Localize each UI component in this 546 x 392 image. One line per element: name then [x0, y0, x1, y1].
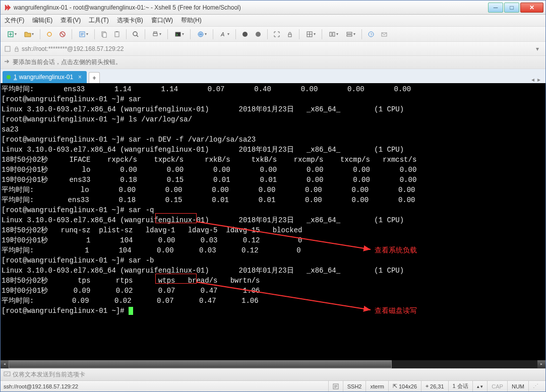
separator	[40, 29, 40, 39]
separator	[145, 29, 145, 39]
scroll-left-icon[interactable]: ◂	[1, 360, 9, 368]
svg-rect-8	[153, 33, 157, 36]
info-bar: 要添加当前会话，点击左侧的箭头按钮。	[1, 56, 545, 69]
status-sessions-nav[interactable]: ▴ ▾	[472, 381, 488, 391]
menu-tools[interactable]: 工具(T)	[89, 16, 108, 25]
svg-rect-19	[347, 32, 352, 34]
terminal-line: [root@wangruifenglinux-01 ~]# ls /var/lo…	[2, 114, 544, 124]
svg-rect-2	[80, 32, 85, 37]
terminal-line: 19时00分01秒 1 104 0.00 0.03 0.12 0	[2, 235, 544, 245]
terminal-line: 19时00分01秒 lo 0.00 0.00 0.00 0.00 0.00 0.…	[2, 165, 544, 175]
tab-next-icon[interactable]: ▸	[537, 76, 540, 83]
terminal-line: [root@wangruifenglinux-01 ~]# sar -q	[2, 205, 544, 215]
svg-rect-6	[116, 31, 118, 32]
lock-icon	[13, 45, 21, 53]
lock-button[interactable]	[284, 28, 296, 40]
help-button[interactable]: ?	[365, 28, 377, 40]
new-tab-button[interactable]: +	[89, 72, 100, 83]
separator	[213, 29, 213, 39]
open-button[interactable]: ▾	[21, 28, 37, 40]
find-button[interactable]	[130, 28, 142, 40]
menu-tabs[interactable]: 选项卡(B)	[117, 16, 143, 25]
reconnect-button[interactable]	[43, 28, 55, 40]
terminal-line: 19时00分01秒 ens33 0.18 0.15 0.01 0.01 0.00…	[2, 175, 544, 185]
status-protocol: SSH2	[343, 381, 366, 391]
session-tab[interactable]: 1 wangruifenglinux-01 ×	[3, 71, 87, 83]
status-size: ⇱104x26	[388, 381, 421, 391]
terminal-line: 平均时间: ens33 1.14 1.14 0.07 0.40 0.00 0.0…	[2, 84, 544, 94]
address-text[interactable]: ssh://root:********@192.168.57.129:22	[22, 45, 533, 52]
close-button[interactable]: ✕	[520, 3, 543, 13]
menubar: 文件(F) 编辑(E) 查看(V) 工具(T) 选项卡(B) 窗口(W) 帮助(…	[1, 15, 545, 27]
separator	[94, 29, 95, 39]
terminal-line: 19时00分01秒 0.09 0.02 0.07 0.47 1.06	[2, 286, 544, 296]
svg-rect-10	[175, 32, 180, 36]
terminal-line: 平均时间: 1 104 0.00 0.03 0.12 0	[2, 245, 544, 255]
svg-rect-16	[307, 32, 312, 37]
svg-point-21	[369, 32, 374, 37]
layout-button[interactable]: ▾	[302, 28, 319, 40]
separator	[299, 29, 299, 39]
arrow-icon[interactable]	[4, 58, 11, 67]
terminal-line: Linux 3.10.0-693.el7.x86_64 (wangruifeng…	[2, 215, 544, 225]
paste-button[interactable]	[111, 28, 123, 40]
scroll-right-icon[interactable]: ▸	[537, 360, 545, 368]
svg-rect-0	[8, 32, 13, 37]
menu-edit[interactable]: 编辑(E)	[32, 16, 52, 25]
minimize-button[interactable]: ─	[488, 3, 503, 13]
maximize-button[interactable]: □	[504, 3, 519, 13]
titlebar: wangruifenglinux-01 - root@wangruifengli…	[1, 1, 545, 15]
tab-close-icon[interactable]: ×	[78, 74, 82, 81]
svg-rect-25	[15, 49, 18, 51]
status-grip-icon: ⋰	[528, 381, 542, 391]
web-button[interactable]: ▾	[194, 28, 210, 40]
history-icon[interactable]	[4, 45, 12, 53]
svg-rect-4	[103, 33, 106, 37]
terminal-line: 平均时间: 0.09 0.02 0.07 0.47 1.06	[2, 296, 544, 306]
separator	[72, 29, 72, 39]
terminal-line: 18时50分02秒 runq-sz plist-sz ldavg-1 ldavg…	[2, 225, 544, 235]
separator	[190, 29, 191, 39]
new-session-button[interactable]: ▾	[4, 28, 20, 40]
menu-window[interactable]: 窗口(W)	[151, 16, 173, 25]
svg-rect-18	[333, 32, 335, 36]
scroll-thumb[interactable]	[9, 360, 392, 368]
font-button[interactable]: A▾	[216, 28, 232, 40]
color1-button[interactable]	[239, 28, 251, 40]
disconnect-button[interactable]	[56, 28, 69, 40]
tab-prev-icon[interactable]: ◂	[531, 76, 534, 83]
scroll-track[interactable]	[9, 360, 537, 368]
horizontal-scrollbar[interactable]: ◂ ▸	[1, 360, 545, 368]
color2-button[interactable]	[252, 28, 264, 40]
address-bar: ssh://root:********@192.168.57.129:22 ▾	[1, 42, 545, 56]
terminal[interactable]: 平均时间: ens33 1.14 1.14 0.07 0.40 0.00 0.0…	[1, 83, 545, 368]
menu-file[interactable]: 文件(F)	[5, 16, 24, 25]
size-icon: ⇱	[393, 383, 397, 389]
properties-button[interactable]: ▾	[75, 28, 91, 40]
menu-view[interactable]: 查看(V)	[60, 16, 81, 25]
terminal-line: Linux 3.10.0-693.el7.x86_64 (wangruifeng…	[2, 145, 544, 155]
status-log-icon[interactable]	[328, 381, 343, 391]
tab-nav: ◂ ▸	[528, 76, 543, 83]
address-dropdown-icon[interactable]: ▾	[533, 45, 541, 53]
print-button[interactable]: ▾	[148, 28, 164, 40]
svg-rect-24	[5, 46, 10, 51]
compose-button[interactable]	[378, 28, 390, 40]
connected-indicator-icon	[7, 75, 11, 79]
terminal-line: 18时50分02秒 IFACE rxpck/s txpck/s rxkB/s t…	[2, 155, 544, 165]
tile2-button[interactable]: ▾	[342, 28, 358, 40]
separator	[126, 29, 127, 39]
status-sessions: 1 会话	[448, 381, 472, 391]
send-bar[interactable]: 仅将文本发送到当前选项卡	[1, 368, 545, 380]
terminal-line: Linux 3.10.0-693.el7.x86_64 (wangruifeng…	[2, 104, 544, 114]
fullscreen-button[interactable]	[271, 28, 283, 40]
svg-rect-20	[347, 35, 352, 36]
status-cursor: ⌖26,31	[421, 381, 448, 391]
tile1-button[interactable]: ▾	[325, 28, 341, 40]
svg-point-1	[60, 32, 65, 37]
svg-rect-15	[288, 34, 291, 37]
copy-button[interactable]	[98, 28, 110, 40]
svg-point-11	[198, 32, 203, 37]
menu-help[interactable]: 帮助(H)	[181, 16, 202, 25]
terminal-button[interactable]: ▾	[171, 28, 187, 40]
